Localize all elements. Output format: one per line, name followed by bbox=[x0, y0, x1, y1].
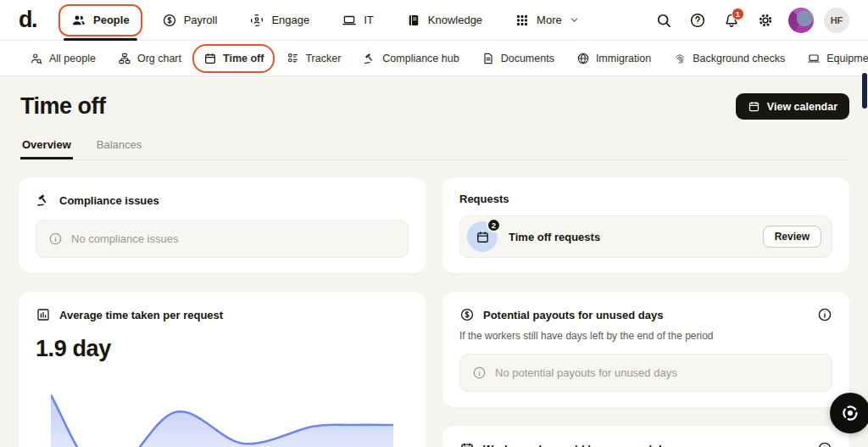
top-navigation-bar: d. People Payroll Engage IT bbox=[0, 0, 868, 41]
nav-item-label: Engage bbox=[271, 14, 309, 26]
subnav-item-label: Org chart bbox=[137, 53, 181, 64]
lose-days-info-button[interactable] bbox=[817, 441, 832, 447]
average-time-chart-area bbox=[51, 384, 393, 447]
potential-payouts-card: Potential payouts for unused days If the… bbox=[442, 292, 849, 407]
subnav-item-label: Documents bbox=[501, 53, 554, 64]
subnav-item-label: Compliance hub bbox=[382, 53, 459, 64]
subnav-item-org-chart[interactable]: Org chart bbox=[107, 44, 192, 73]
person-search-icon bbox=[30, 52, 43, 65]
info-icon bbox=[472, 366, 487, 380]
compliance-empty-state: No compliance issues bbox=[36, 220, 409, 258]
time-off-requests-avatar: 2 bbox=[467, 221, 498, 252]
time-off-tabs: Overview Balances bbox=[19, 138, 849, 160]
payouts-empty-state: No potential payouts for unused days bbox=[459, 354, 832, 392]
page-title: Time off bbox=[19, 93, 106, 120]
grid-icon bbox=[515, 13, 530, 28]
globe-icon bbox=[576, 52, 590, 65]
tracker-icon bbox=[286, 52, 299, 65]
user-avatar[interactable]: HF bbox=[824, 8, 849, 33]
view-calendar-button[interactable]: View calendar bbox=[736, 93, 849, 120]
subnav-item-time-off[interactable]: Time off bbox=[192, 44, 275, 73]
main-nav: People Payroll Engage IT Knowledge bbox=[58, 0, 593, 40]
question-circle-icon bbox=[689, 12, 706, 29]
card-title: Compliance issues bbox=[59, 194, 159, 207]
gavel-icon bbox=[36, 193, 51, 208]
time-off-requests-row[interactable]: 2 Time off requests Review bbox=[459, 215, 832, 258]
calendar-icon bbox=[459, 441, 475, 447]
avg-time-chart bbox=[51, 384, 393, 447]
subnav-item-documents[interactable]: Documents bbox=[470, 44, 565, 73]
nav-item-people[interactable]: People bbox=[58, 4, 142, 36]
tab-balances[interactable]: Balances bbox=[95, 138, 143, 159]
info-icon bbox=[817, 441, 832, 447]
search-button[interactable] bbox=[649, 6, 678, 35]
nav-item-label: Payroll bbox=[184, 14, 218, 26]
subnav-item-label: Time off bbox=[223, 53, 264, 64]
nav-item-label: More bbox=[537, 14, 562, 26]
nav-item-engage[interactable]: Engage bbox=[236, 4, 322, 36]
engage-icon bbox=[249, 13, 264, 28]
bar-chart-icon bbox=[36, 307, 51, 322]
nav-item-label: People bbox=[93, 14, 130, 26]
eye-orbit-icon bbox=[840, 403, 860, 423]
screen-recording-button[interactable] bbox=[830, 393, 868, 433]
gear-icon bbox=[757, 12, 774, 29]
notifications-button[interactable]: 1 bbox=[717, 6, 746, 35]
info-icon bbox=[48, 232, 63, 246]
average-time-value: 1.9 day bbox=[36, 336, 409, 362]
search-icon bbox=[655, 12, 672, 29]
subnav-item-label: All people bbox=[49, 53, 96, 64]
requests-item-label: Time off requests bbox=[509, 231, 600, 243]
deel-logo[interactable]: d. bbox=[19, 7, 36, 33]
top-bar-actions: 1 HF bbox=[649, 6, 849, 35]
card-title: Requests bbox=[459, 193, 509, 205]
settings-button[interactable] bbox=[751, 6, 780, 35]
document-icon bbox=[481, 52, 495, 65]
nav-item-label: IT bbox=[364, 14, 374, 26]
laptop-icon bbox=[807, 52, 821, 65]
info-icon bbox=[817, 307, 832, 322]
view-calendar-label: View calendar bbox=[767, 101, 837, 113]
nav-item-more[interactable]: More bbox=[502, 4, 593, 36]
laptop-icon bbox=[342, 13, 357, 28]
card-title: Workers who could lose unused days bbox=[483, 443, 680, 447]
subnav-item-tracker[interactable]: Tracker bbox=[275, 44, 352, 73]
subnav-item-compliance-hub[interactable]: Compliance hub bbox=[352, 44, 470, 73]
review-button[interactable]: Review bbox=[763, 226, 821, 248]
subnav-item-all-people[interactable]: All people bbox=[19, 44, 107, 73]
card-title: Average time taken per request bbox=[59, 309, 223, 321]
calendar-icon bbox=[203, 52, 217, 65]
dollar-circle-icon bbox=[459, 307, 475, 322]
subnav-item-label: Equipment bbox=[826, 53, 868, 64]
org-avatar[interactable] bbox=[788, 8, 814, 33]
empty-message: No potential payouts for unused days bbox=[495, 366, 677, 379]
subnav-item-label: Immigration bbox=[596, 53, 651, 64]
subnav-item-immigration[interactable]: Immigration bbox=[565, 44, 662, 73]
vertical-scrollbar-thumb[interactable] bbox=[862, 73, 867, 109]
payouts-subtitle: If the workers still have days left by t… bbox=[459, 330, 832, 342]
time-off-page: Time off View calendar Overview Balances… bbox=[0, 76, 868, 447]
chevron-down-icon bbox=[569, 14, 580, 25]
nav-item-payroll[interactable]: Payroll bbox=[149, 4, 231, 36]
average-time-card: Average time taken per request 1.9 day bbox=[19, 292, 426, 447]
requests-count-badge: 2 bbox=[487, 218, 501, 232]
compliance-issues-card: Compliance issues No compliance issues bbox=[19, 177, 426, 273]
lose-unused-days-card: Workers who could lose unused days If th… bbox=[442, 426, 849, 447]
org-chart-icon bbox=[118, 52, 131, 65]
dollar-circle-icon bbox=[162, 13, 177, 28]
subnav-item-background-checks[interactable]: Background checks bbox=[662, 44, 796, 73]
people-sub-navigation: All people Org chart Time off Tracker Co… bbox=[0, 41, 868, 76]
card-title: Potential payouts for unused days bbox=[483, 309, 663, 321]
nav-item-it[interactable]: IT bbox=[329, 4, 387, 36]
help-button[interactable] bbox=[683, 6, 712, 35]
subnav-item-label: Background checks bbox=[693, 53, 785, 64]
book-icon bbox=[406, 13, 421, 28]
payouts-info-button[interactable] bbox=[817, 307, 832, 322]
notification-badge: 1 bbox=[732, 8, 744, 20]
calendar-icon bbox=[748, 100, 760, 113]
people-icon bbox=[71, 13, 86, 28]
subnav-item-equipment[interactable]: Equipment bbox=[796, 44, 868, 73]
calendar-icon bbox=[476, 230, 490, 244]
nav-item-knowledge[interactable]: Knowledge bbox=[393, 4, 495, 36]
tab-overview[interactable]: Overview bbox=[20, 138, 73, 159]
